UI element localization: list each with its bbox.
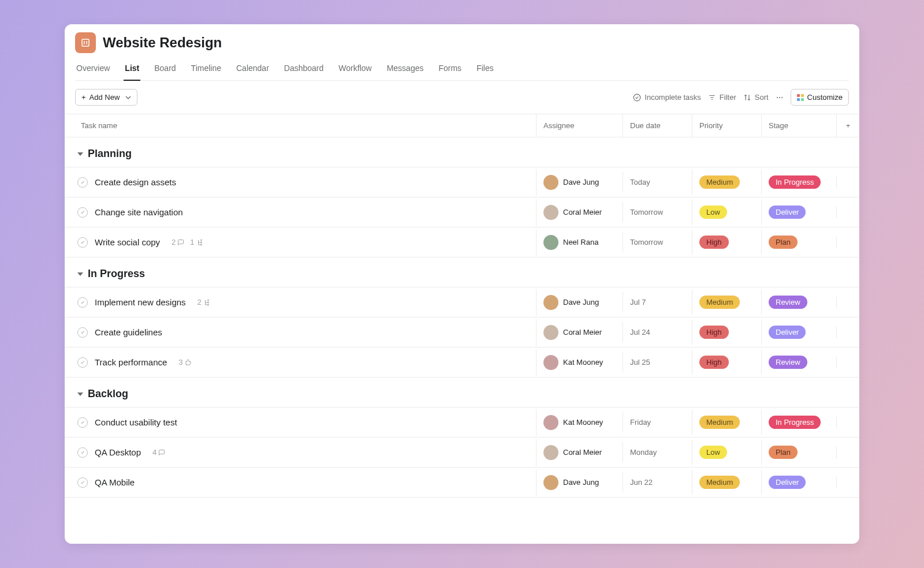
comments-count[interactable]: 4 — [152, 448, 165, 457]
assignee-cell[interactable]: Dave Jung — [536, 289, 623, 316]
complete-checkbox[interactable] — [77, 327, 88, 338]
column-stage[interactable]: Stage — [761, 114, 836, 137]
tab-dashboard[interactable]: Dashboard — [283, 59, 325, 81]
stage-cell[interactable]: Plan — [761, 440, 836, 465]
complete-checkbox[interactable] — [77, 207, 88, 218]
stage-cell[interactable]: Deliver — [761, 200, 836, 225]
complete-checkbox[interactable] — [77, 357, 88, 368]
priority-cell[interactable]: Medium — [692, 410, 761, 435]
due-date-cell[interactable]: Jun 22 — [623, 472, 692, 492]
priority-cell[interactable]: Medium — [692, 170, 761, 195]
tab-timeline[interactable]: Timeline — [190, 59, 222, 81]
project-icon[interactable] — [75, 32, 96, 53]
complete-checkbox[interactable] — [77, 447, 88, 458]
task-name-cell[interactable]: QA Desktop4 — [65, 442, 536, 464]
tab-workflow[interactable]: Workflow — [337, 59, 372, 81]
due-date-cell[interactable]: Jul 25 — [623, 352, 692, 372]
task-name-cell[interactable]: Write social copy2 1 — [65, 231, 536, 253]
task-row[interactable]: Conduct usability testKat MooneyFridayMe… — [65, 408, 859, 438]
subtasks-count[interactable]: 2 — [198, 298, 210, 307]
task-name-cell[interactable]: Change site navigation — [65, 201, 536, 223]
assignee-cell[interactable]: Kat Mooney — [536, 409, 623, 436]
task-row[interactable]: Write social copy2 1 Neel RanaTomorrowHi… — [65, 227, 859, 257]
stage-cell[interactable]: In Progress — [761, 410, 836, 435]
priority-cell[interactable]: Medium — [692, 470, 761, 495]
priority-cell[interactable]: High — [692, 320, 761, 345]
toolbar: + Add New Incomplete tasks Filter — [65, 81, 859, 114]
assignee-cell[interactable]: Dave Jung — [536, 469, 623, 496]
task-name-cell[interactable]: Create design assets — [65, 171, 536, 193]
tab-board[interactable]: Board — [153, 59, 177, 81]
stage-cell[interactable]: Deliver — [761, 470, 836, 495]
tab-overview[interactable]: Overview — [75, 59, 111, 81]
assignee-cell[interactable]: Coral Meier — [536, 319, 623, 346]
trailing-cell — [836, 477, 859, 488]
subtasks-count[interactable]: 1 — [190, 238, 203, 246]
stage-cell[interactable]: In Progress — [761, 170, 836, 195]
column-assignee[interactable]: Assignee — [536, 114, 623, 137]
due-date-cell[interactable]: Jul 7 — [623, 292, 692, 312]
stage-cell[interactable]: Deliver — [761, 320, 836, 345]
task-name-cell[interactable]: Conduct usability test — [65, 412, 536, 434]
tab-calendar[interactable]: Calendar — [235, 59, 270, 81]
due-date-cell[interactable]: Jul 24 — [623, 322, 692, 342]
assignee-cell[interactable]: Kat Mooney — [536, 349, 623, 376]
assignee-cell[interactable]: Dave Jung — [536, 169, 623, 196]
task-row[interactable]: Create design assetsDave JungTodayMedium… — [65, 167, 859, 197]
task-row[interactable]: Implement new designs2 Dave JungJul 7Med… — [65, 287, 859, 317]
task-row[interactable]: QA Desktop4 Coral MeierMondayLowPlan — [65, 438, 859, 468]
stage-cell[interactable]: Review — [761, 290, 836, 315]
task-name-cell[interactable]: Track performance3 — [65, 352, 536, 373]
priority-cell[interactable]: High — [692, 230, 761, 255]
due-date-cell[interactable]: Tomorrow — [623, 232, 692, 252]
incomplete-tasks-filter[interactable]: Incomplete tasks — [633, 93, 701, 102]
complete-checkbox[interactable] — [77, 177, 88, 188]
task-name-cell[interactable]: Implement new designs2 — [65, 292, 536, 313]
avatar — [543, 475, 558, 490]
more-options-button[interactable] — [776, 94, 784, 102]
complete-checkbox[interactable] — [77, 477, 88, 488]
task-row[interactable]: Change site navigationCoral MeierTomorro… — [65, 197, 859, 227]
task-name-cell[interactable]: QA Mobile — [65, 472, 536, 494]
column-priority[interactable]: Priority — [692, 114, 761, 137]
due-date-cell[interactable]: Tomorrow — [623, 202, 692, 222]
priority-cell[interactable]: High — [692, 350, 761, 375]
complete-checkbox[interactable] — [77, 237, 88, 248]
task-row[interactable]: Create guidelinesCoral MeierJul 24HighDe… — [65, 317, 859, 347]
tab-forms[interactable]: Forms — [437, 59, 463, 81]
priority-cell[interactable]: Low — [692, 200, 761, 225]
task-name: QA Mobile — [95, 477, 135, 487]
tab-files[interactable]: Files — [475, 59, 495, 81]
complete-checkbox[interactable] — [77, 417, 88, 428]
project-title[interactable]: Website Redesign — [103, 35, 222, 51]
complete-checkbox[interactable] — [77, 297, 88, 308]
assignee-cell[interactable]: Coral Meier — [536, 439, 623, 466]
column-task-name[interactable]: Task name — [65, 114, 536, 137]
task-name-cell[interactable]: Create guidelines — [65, 322, 536, 343]
due-date-cell[interactable]: Friday — [623, 412, 692, 432]
assignee-cell[interactable]: Coral Meier — [536, 199, 623, 226]
assignee-cell[interactable]: Neel Rana — [536, 229, 623, 256]
due-date-cell[interactable]: Today — [623, 172, 692, 192]
sort-button[interactable]: Sort — [743, 93, 769, 102]
add-new-button[interactable]: + Add New — [75, 89, 137, 106]
stage-cell[interactable]: Plan — [761, 230, 836, 255]
tab-messages[interactable]: Messages — [386, 59, 425, 81]
priority-cell[interactable]: Low — [692, 440, 761, 465]
priority-cell[interactable]: Medium — [692, 290, 761, 315]
section-header[interactable]: In Progress — [65, 257, 859, 287]
due-date-cell[interactable]: Monday — [623, 442, 692, 462]
filter-icon — [708, 94, 716, 102]
tab-list[interactable]: List — [124, 59, 140, 81]
task-row[interactable]: Track performance3 Kat MooneyJul 25HighR… — [65, 347, 859, 378]
stage-cell[interactable]: Review — [761, 350, 836, 375]
task-row[interactable]: QA MobileDave JungJun 22MediumDeliver — [65, 468, 859, 498]
add-column-button[interactable]: + — [836, 114, 859, 137]
likes-count[interactable]: 3 — [178, 358, 191, 367]
filter-button[interactable]: Filter — [708, 93, 736, 102]
comments-count[interactable]: 2 — [172, 238, 184, 246]
customize-button[interactable]: Customize — [791, 89, 849, 106]
section-header[interactable]: Backlog — [65, 378, 859, 408]
column-due-date[interactable]: Due date — [623, 114, 692, 137]
section-header[interactable]: Planning — [65, 137, 859, 167]
